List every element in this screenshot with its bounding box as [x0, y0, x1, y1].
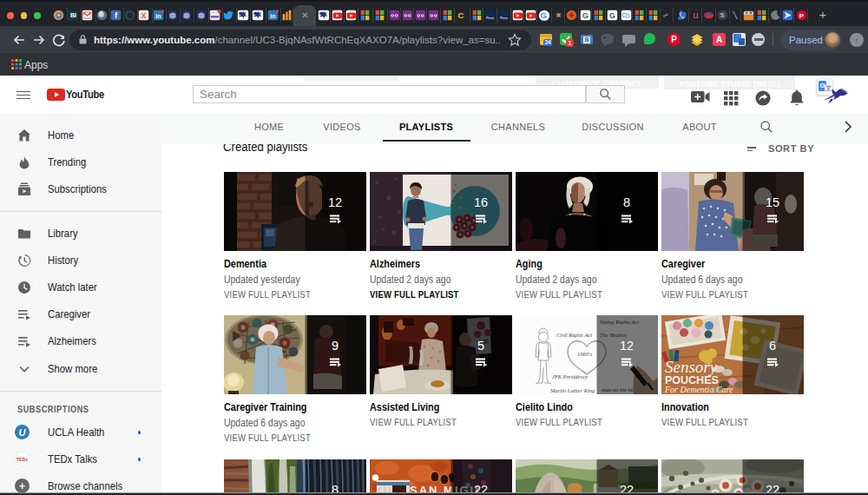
svg-text:1960's: 1960's	[577, 351, 592, 357]
svg-text:12: 12	[327, 195, 341, 209]
svg-text:Martin Luther King: Martin Luther King	[549, 387, 595, 393]
svg-text:9: 9	[331, 339, 338, 353]
svg-text:16: 16	[473, 195, 487, 209]
svg-text:15: 15	[765, 195, 779, 209]
svg-text:5: 5	[477, 339, 483, 353]
svg-text:6: 6	[768, 339, 775, 353]
svg-text:JFK Presidency: JFK Presidency	[552, 373, 589, 380]
svg-text:For Dementia Care: For Dementia Care	[664, 385, 733, 394]
svg-text:Sensory: Sensory	[665, 358, 718, 376]
svg-text:Civil Rights Act: Civil Rights Act	[556, 332, 592, 338]
svg-text:12: 12	[619, 339, 633, 353]
svg-text:8: 8	[622, 195, 629, 209]
